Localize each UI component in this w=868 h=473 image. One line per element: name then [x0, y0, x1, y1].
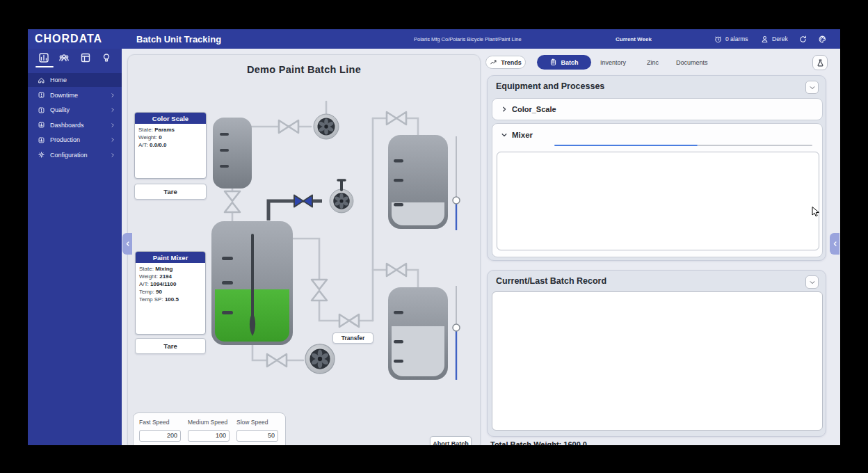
slider-handle[interactable]: [453, 324, 460, 331]
app-logo: CHORDATA: [35, 29, 102, 49]
control-valve-scale: [225, 191, 240, 212]
sidebar-item-home[interactable]: Home: [28, 73, 122, 87]
transfer-button[interactable]: Transfer: [332, 332, 373, 344]
refresh-icon[interactable]: [798, 29, 807, 49]
speed-label: Fast Speed: [139, 419, 182, 426]
mixer-group-toggle[interactable]: Mixer: [501, 131, 533, 139]
tab-batch[interactable]: Batch: [537, 55, 591, 70]
tab-label: Trends: [501, 59, 522, 66]
tare-mixer-button[interactable]: Tare: [135, 338, 206, 354]
collapse-left-tab[interactable]: [122, 233, 132, 255]
flask-icon: [816, 58, 825, 67]
timeline-remaining-line: [698, 145, 812, 147]
abort-batch-button[interactable]: Abort Batch: [430, 436, 472, 445]
speed-label: Slow Speed: [236, 419, 280, 426]
app-window: CHORDATA Batch Unit Tracking Polaris Mfg…: [28, 29, 840, 445]
pump-stem: [338, 180, 345, 190]
status-field: Temp SP: 100.5: [139, 296, 202, 303]
color-scale-panel-title: Color Scale: [135, 113, 206, 124]
speed-input[interactable]: [139, 430, 181, 442]
sidebar-item-quality[interactable]: Quality: [28, 103, 122, 117]
collapse-right-tab[interactable]: [830, 233, 839, 255]
breadcrumb[interactable]: Polaris Mfg Co/Polaris Bicycle Plant/Pai…: [414, 29, 522, 49]
collapse-batch-record-button[interactable]: [805, 275, 819, 289]
chevron-left-icon: [124, 241, 131, 247]
total-batch-weight: Total Batch Weight: 1600.0: [490, 440, 587, 445]
status-field: State: Params: [138, 126, 202, 134]
slider-handle[interactable]: [453, 197, 460, 204]
palette-icon[interactable]: [818, 29, 827, 49]
alarms-indicator[interactable]: 0 alarms: [714, 29, 748, 49]
mouse-cursor: [812, 207, 821, 218]
sidebar-item-configuration[interactable]: Configuration: [28, 148, 122, 162]
status-field: Weight: 0: [138, 134, 202, 141]
speed-input[interactable]: [188, 430, 230, 442]
tare-scale-button[interactable]: Tare: [134, 184, 207, 200]
production-icon: [38, 136, 45, 144]
chart-icon: [38, 52, 49, 63]
period-selector[interactable]: Current Week: [616, 29, 652, 49]
sidebar-icon-tabs: [28, 51, 122, 68]
page-title: Batch Unit Tracking: [136, 29, 221, 49]
configuration-icon: [38, 151, 45, 159]
user-menu[interactable]: Derek: [760, 29, 788, 49]
collapse-equipment-button[interactable]: [805, 81, 819, 94]
chevron-down-icon: [501, 131, 508, 138]
butterfly-valve-active: [294, 195, 312, 207]
process-diagram-panel: Demo Paint Batch Line Color Scale State:…: [127, 54, 481, 445]
sidebar-item-label: Configuration: [50, 152, 88, 159]
pump-top: [314, 114, 339, 139]
top-header: CHORDATA Batch Unit Tracking Polaris Mfg…: [28, 29, 840, 49]
status-field: A/T: 1094/1100: [139, 280, 202, 288]
phase-timeline: [548, 125, 821, 150]
butterfly-valve-mixer-outlet: [267, 354, 287, 367]
steps-table: [497, 152, 819, 250]
diagram-title: Demo Paint Batch Line: [128, 64, 480, 75]
chevron-left-icon: [832, 241, 838, 247]
chevron-down-icon: [809, 279, 816, 286]
status-field: A/T: 0.0/0.0: [138, 141, 202, 149]
speed-setting-slow: Slow Speed: [236, 419, 280, 442]
alarm-clock-icon: [714, 35, 723, 44]
chevron-right-icon: [110, 152, 115, 158]
grid-icon: [80, 52, 91, 63]
level-slider-bottom[interactable]: [453, 286, 460, 380]
butterfly-valve-feed-top: [387, 112, 406, 125]
chevron-right-icon: [501, 106, 508, 113]
tab-trends[interactable]: Trends: [485, 56, 526, 69]
sidebar-item-label: Dashboards: [50, 122, 84, 129]
sidebar-item-production[interactable]: Production: [28, 133, 122, 147]
screenshot-frame: CHORDATA Batch Unit Tracking Polaris Mfg…: [0, 0, 868, 473]
users-icon: [58, 52, 70, 63]
butterfly-valve-feed-bottom: [387, 264, 406, 276]
speed-input[interactable]: [236, 430, 278, 442]
tab-inventory[interactable]: Inventory: [600, 58, 626, 67]
color-scale-tank: [213, 118, 252, 189]
sidebar-item-downtime[interactable]: Downtime: [28, 88, 122, 102]
pump-color-feed: [330, 189, 353, 213]
filter-flask-button[interactable]: [812, 55, 828, 70]
tab-documents[interactable]: Documents: [676, 58, 708, 67]
chevron-right-icon: [110, 107, 115, 113]
paint-mixer-status-panel: Paint Mixer State: MixingWeight: 2194A/T…: [135, 251, 206, 335]
alarms-count: 0 alarms: [725, 35, 748, 42]
sidebar-item-label: Production: [50, 136, 80, 143]
sidebar-tab-chart[interactable]: [38, 52, 51, 65]
sidebar-tab-grid[interactable]: [80, 52, 93, 65]
sidebar-tab-bulb[interactable]: [101, 52, 113, 65]
chevron-right-icon: [110, 137, 115, 143]
feed-tank-bottom: [388, 287, 448, 380]
downtime-icon: [38, 91, 45, 99]
sidebar-tab-users[interactable]: [58, 52, 71, 65]
mixer-group-label: Mixer: [512, 131, 533, 139]
color-scale-expander[interactable]: Color_Scale: [492, 98, 823, 120]
user-name: Derek: [772, 35, 788, 42]
level-slider-top[interactable]: [453, 136, 460, 230]
tab-zinc[interactable]: Zinc: [647, 58, 659, 67]
chevron-right-icon: [110, 93, 115, 98]
sidebar: HomeDowntimeQualityDashboardsProductionC…: [28, 49, 122, 445]
speed-settings-panel: Fast SpeedMedium SpeedSlow Speed: [133, 412, 286, 445]
sidebar-item-label: Downtime: [50, 92, 78, 99]
equipment-card: Equipment and Processes Color_Scale Mixe…: [487, 75, 826, 261]
sidebar-item-dashboards[interactable]: Dashboards: [28, 118, 122, 132]
